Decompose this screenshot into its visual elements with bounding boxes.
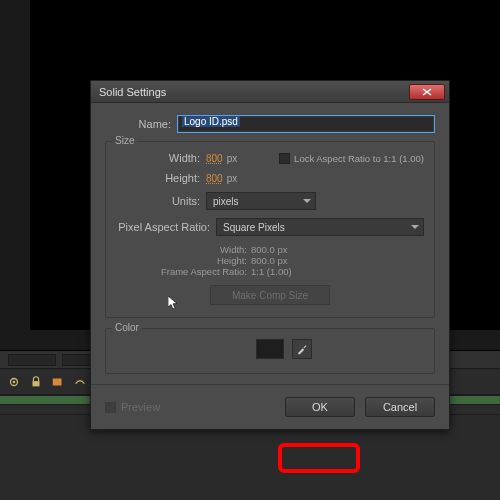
height-unit: px [227,173,238,184]
width-unit: px [227,153,238,164]
info-height-label: Height: [156,255,251,266]
color-swatch[interactable] [256,339,284,359]
mouse-cursor [168,296,178,310]
par-value: Square Pixels [223,222,285,233]
preview-checkbox: Preview [105,401,160,413]
size-info: Width:800.0 px Height:800.0 px Frame Asp… [156,244,424,277]
label-icon[interactable] [50,374,66,390]
eyedropper-button[interactable] [292,339,312,359]
cancel-button[interactable]: Cancel [365,397,435,417]
shy-icon[interactable] [72,374,88,390]
eye-icon[interactable] [6,374,22,390]
checkbox-icon [105,402,116,413]
svg-point-1 [13,380,16,383]
make-comp-size-button: Make Comp Size [210,285,330,305]
name-input[interactable]: Logo ID.psd [177,115,435,133]
par-label: Pixel Aspect Ratio: [116,221,216,233]
units-label: Units: [116,195,206,207]
chevron-down-icon [411,225,419,229]
name-label: Name: [105,118,177,130]
lock-icon[interactable] [28,374,44,390]
info-width-label: Width: [156,244,251,255]
width-value[interactable]: 800 [206,153,223,164]
info-width-value: 800.0 px [251,244,287,255]
separator [91,384,449,385]
name-input-value: Logo ID.psd [182,116,240,127]
height-value[interactable]: 800 [206,173,223,184]
units-value: pixels [213,196,239,207]
size-group: Size Width: 800 px Lock Aspect Ratio to … [105,141,435,318]
par-select[interactable]: Square Pixels [216,218,424,236]
ok-button[interactable]: OK [285,397,355,417]
dialog-titlebar[interactable]: Solid Settings [91,81,449,103]
window-close-button[interactable] [409,84,445,100]
eyedropper-icon [296,343,308,355]
solid-settings-dialog: Solid Settings Name: Logo ID.psd Size Wi… [90,80,450,430]
info-height-value: 800.0 px [251,255,287,266]
units-select[interactable]: pixels [206,192,316,210]
svg-rect-3 [53,378,62,385]
chevron-down-icon [303,199,311,203]
size-legend: Size [112,135,137,146]
color-legend: Color [112,322,142,333]
preview-label: Preview [121,401,160,413]
close-icon [422,88,432,96]
dialog-title: Solid Settings [99,86,166,98]
info-far-value: 1:1 (1.00) [251,266,292,277]
lock-aspect-label: Lock Aspect Ratio to 1:1 (1.00) [294,153,424,164]
color-group: Color [105,328,435,374]
checkbox-icon [279,153,290,164]
lock-aspect-checkbox[interactable]: Lock Aspect Ratio to 1:1 (1.00) [279,153,424,164]
timecode-box[interactable] [8,354,56,366]
info-far-label: Frame Aspect Ratio: [156,266,251,277]
svg-rect-2 [33,381,40,386]
width-label: Width: [116,152,206,164]
height-label: Height: [116,172,206,184]
